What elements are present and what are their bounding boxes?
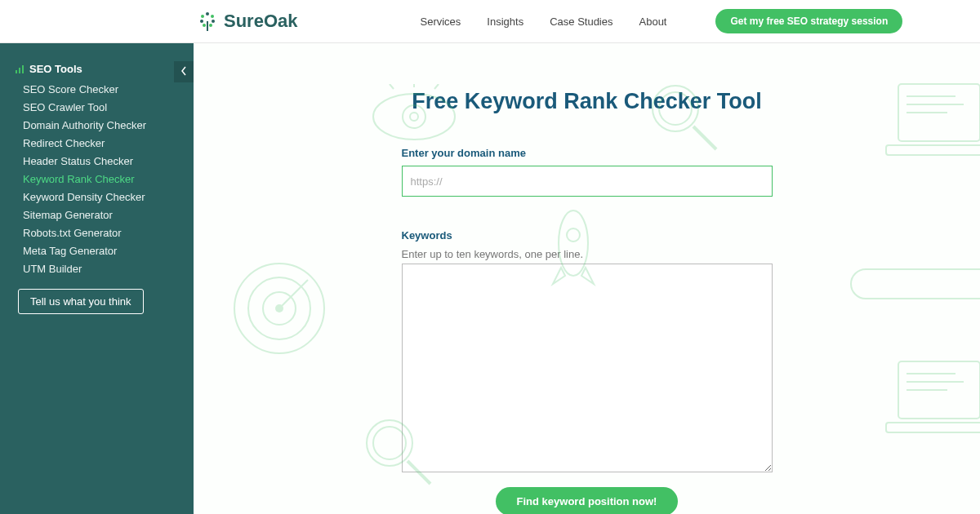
main-content: Free Keyword Rank Checker Tool Enter you… [194,43,980,514]
sidebar-item-seo-crawler-tool[interactable]: SEO Crawler Tool [23,98,194,116]
chevron-left-icon [180,65,187,78]
sidebar-item-domain-authority-checker[interactable]: Domain Authority Checker [23,116,194,134]
keywords-textarea[interactable] [402,264,773,472]
sidebar-item-utm-builder[interactable]: UTM Builder [23,259,194,277]
nav-services[interactable]: Services [421,16,461,28]
top-header: SureOak Services Insights Case Studies A… [0,0,980,43]
svg-point-0 [201,15,204,18]
svg-rect-39 [886,423,980,432]
nav-case-studies[interactable]: Case Studies [550,16,612,28]
sidebar-list: SEO Score Checker SEO Crawler Tool Domai… [0,80,194,277]
sidebar-item-redirect-checker[interactable]: Redirect Checker [23,134,194,152]
svg-point-4 [200,20,203,23]
page-title: Free Keyword Rank Checker Tool [194,89,980,114]
sidebar-item-keyword-density-checker[interactable]: Keyword Density Checker [23,188,194,206]
domain-input[interactable] [402,166,773,197]
sidebar-heading-text: SEO Tools [29,63,82,75]
sidebar-title: SEO Tools [0,58,194,80]
nav-insights[interactable]: Insights [487,16,523,28]
oak-leaf-icon [196,10,219,33]
svg-rect-7 [207,21,208,31]
domain-label: Enter your domain name [402,147,773,159]
laptop-deco-icon-2 [882,353,980,443]
find-position-button[interactable]: Find keyword position now! [496,487,679,514]
nav-about[interactable]: About [639,16,667,28]
cta-strategy-session[interactable]: Get my free SEO strategy session [715,9,902,33]
sidebar: SEO Tools SEO Score Checker SEO Crawler … [0,43,194,514]
svg-point-28 [275,304,283,312]
svg-rect-32 [851,269,980,299]
svg-point-27 [263,292,296,325]
svg-point-5 [203,24,206,27]
target-deco-icon [226,255,332,361]
sidebar-collapse-button[interactable] [174,61,194,82]
svg-point-3 [212,20,215,23]
svg-point-1 [206,12,209,16]
svg-point-2 [211,15,214,18]
svg-rect-35 [898,361,980,419]
svg-point-25 [234,264,324,353]
sidebar-item-meta-tag-generator[interactable]: Meta Tag Generator [23,241,194,259]
sidebar-item-keyword-rank-checker[interactable]: Keyword Rank Checker [23,170,194,188]
svg-rect-24 [886,145,980,155]
magnifier-deco-icon [643,76,724,157]
body-layout: SEO Tools SEO Score Checker SEO Crawler … [0,43,980,514]
sidebar-item-seo-score-checker[interactable]: SEO Score Checker [23,80,194,98]
search-bar-deco-icon [849,268,980,300]
sidebar-item-robots-txt-generator[interactable]: Robots.txt Generator [23,224,194,241]
bar-chart-icon [15,64,24,74]
primary-nav: Services Insights Case Studies About Get… [421,9,903,33]
rank-checker-form: Enter your domain name Keywords Enter up… [402,147,773,514]
svg-line-19 [693,126,716,149]
svg-point-6 [209,24,212,27]
svg-line-29 [282,280,308,306]
svg-point-26 [248,277,310,339]
svg-rect-10 [22,65,24,73]
brand-name: SureOak [224,11,298,32]
keywords-label: Keywords [402,229,773,241]
svg-rect-9 [19,68,20,73]
feedback-button[interactable]: Tell us what you think [18,289,144,314]
brand-logo[interactable]: SureOak [196,10,298,33]
sidebar-item-header-status-checker[interactable]: Header Status Checker [23,152,194,170]
sidebar-item-sitemap-generator[interactable]: Sitemap Generator [23,206,194,224]
keywords-hint: Enter up to ten keywords, one per line. [402,248,773,260]
svg-rect-8 [16,70,17,73]
